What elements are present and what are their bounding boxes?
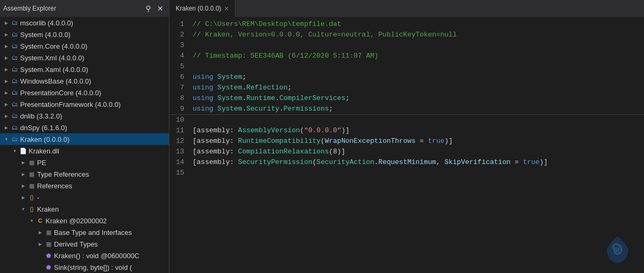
code-line-1: 1 // C:\Users\REM\Desktop\tempfile.dat	[169, 19, 644, 30]
label-sink: Sink(string, byte[]) : void (	[54, 263, 132, 271]
sidebar-item-system[interactable]: 🗂 System (4.0.0.0)	[0, 29, 169, 40]
icon-sink: ⬟	[44, 263, 53, 271]
line-content-6: using System;	[191, 72, 644, 83]
header-buttons: ⚲ ✕	[143, 4, 166, 13]
sidebar-item-kraken[interactable]: 🗂 Kraken (0.0.0.0)	[0, 133, 169, 145]
label-dash: -	[37, 194, 39, 202]
arrow-references	[19, 181, 28, 190]
icon-dll-kraken: 📄	[19, 147, 28, 155]
arrow-kraken-ns	[19, 205, 28, 213]
arrow-presentationframework	[2, 100, 11, 108]
close-panel-button[interactable]: ✕	[155, 4, 166, 13]
line-number-1: 1	[169, 19, 191, 30]
sidebar-item-references[interactable]: ▦ References	[0, 180, 169, 192]
code-line-15: 15	[169, 168, 644, 178]
code-editor[interactable]: 1 // C:\Users\REM\Desktop\tempfile.dat 2…	[169, 17, 644, 180]
assembly-explorer-title: Assembly Explorer	[3, 5, 143, 12]
label-references: References	[37, 182, 72, 190]
sidebar-item-kraken-ctor[interactable]: ⬟ Kraken() : void @0600000C	[0, 250, 169, 261]
line-content-4: // Timestamp: 5EE346AB (6/12/2020 5:11:0…	[191, 51, 644, 61]
icon-assembly-presentationframework: 🗂	[11, 100, 19, 108]
sidebar-item-mscorlib[interactable]: 🗂 mscorlib (4.0.0.0)	[0, 17, 169, 29]
sidebar-item-pe[interactable]: ▦ PE	[0, 157, 169, 168]
top-bar: Assembly Explorer ⚲ ✕ Kraken (0.0.0.0) ×	[0, 0, 644, 17]
sidebar-item-system-core[interactable]: 🗂 System.Core (4.0.0.0)	[0, 40, 169, 52]
icon-assembly-system-xml: 🗂	[11, 53, 19, 62]
arrow-pe	[19, 158, 28, 167]
svg-point-0	[615, 247, 620, 252]
icon-dash-ns: {}	[28, 193, 36, 202]
malwarebytes-logo	[602, 234, 633, 268]
label-dnspy: dnSpy (6.1.6.0)	[20, 124, 67, 132]
sidebar-item-dnspy[interactable]: 🗂 dnSpy (6.1.6.0)	[0, 122, 169, 133]
sidebar-item-kraken-class[interactable]: C Kraken @02000002	[0, 215, 169, 226]
line-content-8: using System.Runtime.CompilerServices;	[191, 93, 644, 104]
icon-derived-types: ▦	[44, 240, 53, 248]
icon-references: ▦	[28, 181, 36, 190]
icon-assembly-system-xaml: 🗂	[11, 65, 19, 74]
sidebar-item-system-xaml[interactable]: 🗂 System.Xaml (4.0.0.0)	[0, 63, 169, 75]
sidebar-item-base-type[interactable]: ▦ Base Type and Interfaces	[0, 226, 169, 238]
line-number-4: 4	[169, 51, 191, 61]
sidebar-item-derived-types[interactable]: ▦ Derived Types	[0, 238, 169, 250]
arrow-base-type	[36, 228, 44, 236]
label-derived-types: Derived Types	[54, 240, 98, 248]
icon-base-type: ▦	[44, 228, 53, 236]
arrow-system-core	[2, 42, 11, 50]
sidebar-item-kraken-dll[interactable]: 📄 Kraken.dll	[0, 145, 169, 157]
label-system-xml: System.Xml (4.0.0.0)	[20, 54, 84, 62]
arrow-presentationcore	[2, 88, 11, 97]
arrow-kraken-ctor	[36, 251, 44, 260]
sidebar-item-windowsbase[interactable]: 🗂 WindowsBase (4.0.0.0)	[0, 75, 169, 87]
sidebar-item-presentationcore[interactable]: 🗂 PresentationCore (4.0.0.0)	[0, 87, 169, 98]
icon-assembly-system: 🗂	[11, 30, 19, 39]
icon-assembly-windowsbase: 🗂	[11, 77, 19, 85]
sidebar-item-sink[interactable]: ⬟ Sink(string, byte[]) : void (	[0, 261, 169, 273]
tab-label: Kraken (0.0.0.0)	[176, 5, 221, 12]
code-line-5: 5	[169, 61, 644, 72]
label-kraken-dll: Kraken.dll	[29, 147, 59, 155]
sidebar-item-dnlib[interactable]: 🗂 dnlib (3.3.2.0)	[0, 110, 169, 122]
line-number-13: 13	[169, 147, 191, 157]
label-windowsbase: WindowsBase (4.0.0.0)	[20, 77, 91, 85]
sidebar[interactable]: 🗂 mscorlib (4.0.0.0) 🗂 System (4.0.0.0) …	[0, 17, 169, 273]
arrow-dnspy	[2, 123, 11, 132]
tab-close-button[interactable]: ×	[224, 4, 229, 13]
sidebar-item-dash[interactable]: {} -	[0, 192, 169, 203]
line-content-13: [assembly: CompilationRelaxations(8)]	[191, 147, 644, 157]
sidebar-item-system-xml[interactable]: 🗂 System.Xml (4.0.0.0)	[0, 52, 169, 63]
code-line-9: 9 using System.Security.Permissions;	[169, 104, 644, 114]
line-content-11: [assembly: AssemblyVersion("0.0.0.0")]	[191, 125, 644, 136]
line-number-5: 5	[169, 61, 191, 72]
arrow-derived-types	[36, 240, 44, 248]
icon-assembly-dnspy: 🗂	[11, 123, 19, 132]
line-content-7: using System.Reflection;	[191, 83, 644, 93]
sidebar-item-type-references[interactable]: ▦ Type References	[0, 168, 169, 180]
kraken-tab[interactable]: Kraken (0.0.0.0) ×	[169, 0, 235, 17]
line-number-11: 11	[169, 125, 191, 136]
label-kraken-ctor: Kraken() : void @0600000C	[54, 252, 139, 260]
arrow-kraken	[2, 135, 11, 143]
icon-assembly-dnlib: 🗂	[11, 112, 19, 120]
label-system-xaml: System.Xaml (4.0.0.0)	[20, 66, 88, 74]
sidebar-item-kraken-namespace[interactable]: {} Kraken	[0, 203, 169, 215]
code-line-6: 6 using System;	[169, 72, 644, 83]
label-presentationframework: PresentationFramework (4.0.0.0)	[20, 101, 121, 108]
code-line-13: 13 [assembly: CompilationRelaxations(8)]	[169, 147, 644, 157]
line-number-10: 10	[169, 115, 191, 125]
line-number-6: 6	[169, 72, 191, 83]
arrow-sink	[36, 263, 44, 271]
icon-kraken-class: C	[36, 216, 44, 225]
code-line-14: 14 [assembly: SecurityPermission(Securit…	[169, 157, 644, 168]
line-number-3: 3	[169, 40, 191, 51]
pin-button[interactable]: ⚲	[143, 4, 153, 13]
icon-assembly-presentationcore: 🗂	[11, 88, 19, 97]
code-line-12: 12 [assembly: RuntimeCompatibility(WrapN…	[169, 136, 644, 147]
label-presentationcore: PresentationCore (4.0.0.0)	[20, 89, 101, 97]
arrow-system-xml	[2, 53, 11, 62]
label-type-references: Type References	[37, 170, 89, 178]
arrow-kraken-class	[28, 216, 36, 225]
arrow-dash	[19, 193, 28, 202]
arrow-system-xaml	[2, 65, 11, 74]
sidebar-item-presentationframework[interactable]: 🗂 PresentationFramework (4.0.0.0)	[0, 98, 169, 110]
